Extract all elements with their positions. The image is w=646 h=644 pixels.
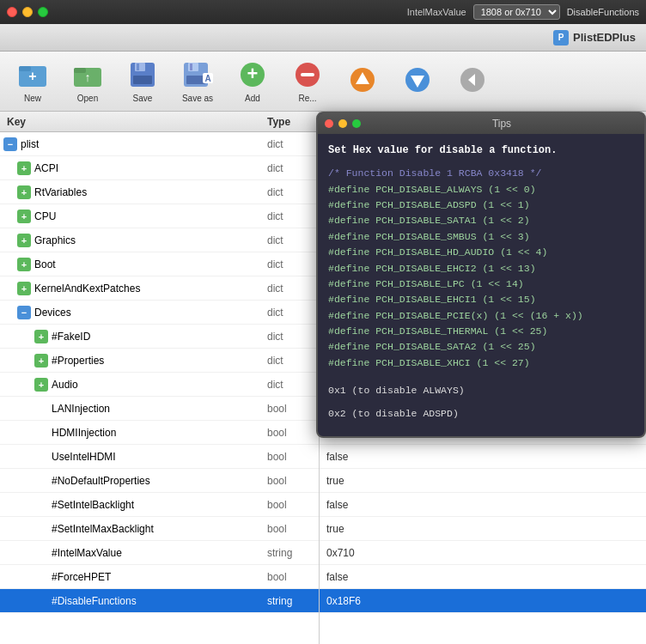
save-icon — [128, 60, 157, 89]
tree-row[interactable]: −plistdict — [0, 132, 319, 156]
move-up-button[interactable] — [337, 56, 388, 107]
tree-row[interactable]: UseIntelHDMIbool — [0, 445, 319, 469]
move-down-button[interactable] — [392, 56, 443, 107]
expand-button[interactable]: + — [17, 210, 31, 223]
key-label: #ForceHPET — [52, 571, 111, 583]
tips-min-button[interactable] — [338, 119, 347, 128]
tree-row[interactable]: +Bootdict — [0, 252, 319, 276]
svg-rect-12 — [190, 64, 192, 70]
tips-line: 0x1 (to disable ALWAYS) — [328, 383, 634, 398]
saveas-icon-wrapper: A — [182, 59, 213, 90]
remove-button[interactable]: Re... — [282, 56, 333, 107]
column-headers: Key Type — [0, 112, 319, 132]
titlebar: IntelMaxValue 1808 or 0x710 DisableFunct… — [0, 0, 646, 24]
type-cell: dict — [267, 331, 319, 343]
collapse-button[interactable]: − — [17, 306, 31, 319]
tree-row[interactable]: #NoDefaultPropertiesbool — [0, 469, 319, 493]
open-button[interactable]: ↑ Open — [62, 56, 113, 107]
type-cell: dict — [267, 379, 319, 391]
type-cell: dict — [267, 355, 319, 367]
tree-row[interactable]: #SetIntelMaxBacklightbool — [0, 517, 319, 541]
tree-row[interactable]: #IntelMaxValuestring — [0, 541, 319, 565]
tree-row[interactable]: HDMIInjectionbool — [0, 421, 319, 445]
tree-row[interactable]: +ACPIdict — [0, 156, 319, 180]
save-button[interactable]: Save — [117, 56, 168, 107]
type-cell: bool — [267, 523, 319, 535]
tree-row[interactable]: #ForceHPETbool — [0, 565, 319, 589]
intel-max-value-select[interactable]: 1808 or 0x710 — [473, 4, 560, 20]
type-cell: bool — [267, 571, 319, 583]
type-cell: string — [267, 547, 319, 559]
tips-line: #define PCH_DISABLE_PCIE(x) (1 << (16 + … — [328, 308, 634, 324]
expand-button[interactable]: + — [34, 330, 48, 343]
traffic-lights — [7, 7, 48, 17]
expand-button[interactable]: + — [17, 161, 31, 175]
type-column-header: Type — [267, 116, 319, 128]
saveas-label: Save as — [182, 94, 213, 103]
tips-line: #define PCH_DISABLE_EHCI1 (1 << 15) — [328, 292, 634, 307]
expand-button[interactable]: + — [34, 378, 48, 392]
key-label: Devices — [34, 307, 71, 319]
new-label: New — [24, 94, 41, 103]
tree-row[interactable]: +Audiodict — [0, 373, 319, 397]
key-label: Boot — [34, 258, 56, 270]
maximize-button[interactable] — [38, 7, 48, 17]
tips-line: #define PCH_DISABLE_LPC (1 << 14) — [328, 276, 634, 292]
tree-row[interactable]: #DisableFunctionsstring — [0, 589, 319, 613]
tree-row[interactable]: +#Propertiesdict — [0, 349, 319, 373]
expand-button[interactable]: + — [17, 258, 31, 271]
key-label: KernelAndKextPatches — [34, 283, 140, 295]
key-label: #SetIntelMaxBacklight — [52, 523, 154, 535]
tips-overlay: Tips Set Hex value for disable a functio… — [316, 112, 646, 438]
saveas-button[interactable]: A Save as — [172, 56, 223, 107]
tree-row[interactable]: #SetIntelBacklightbool — [0, 493, 319, 517]
collapse-button[interactable]: − — [3, 137, 17, 151]
expand-button[interactable]: + — [34, 354, 48, 368]
save-label: Save — [133, 94, 153, 103]
tree-row[interactable]: +#FakeIDdict — [0, 325, 319, 349]
up-arrow-icon — [348, 65, 377, 94]
value-row: true — [320, 469, 646, 493]
tree-row[interactable]: +Graphicsdict — [0, 228, 319, 252]
type-cell: dict — [267, 210, 319, 222]
value-row: 0x710 — [320, 541, 646, 565]
saveas-icon: A — [182, 59, 213, 90]
tips-close-button[interactable] — [325, 119, 333, 128]
key-label: plist — [21, 138, 39, 150]
tree-row[interactable]: +RtVariablesdict — [0, 180, 319, 204]
key-label: Graphics — [34, 234, 76, 246]
key-column-header: Key — [0, 116, 267, 128]
toolbar: + New ↑ Open Save — [0, 52, 646, 112]
tree-area[interactable]: −plistdict+ACPIdict+RtVariablesdict+CPUd… — [0, 132, 319, 644]
new-icon: + — [17, 59, 48, 90]
new-button[interactable]: + New — [7, 56, 58, 107]
new-icon-wrapper: + — [17, 59, 48, 90]
back-button[interactable] — [447, 56, 498, 107]
expand-button[interactable]: + — [17, 234, 31, 247]
tips-max-button[interactable] — [352, 119, 361, 128]
remove-icon-wrapper — [292, 59, 323, 90]
tree-row[interactable]: +KernelAndKextPatchesdict — [0, 276, 319, 301]
expand-button[interactable]: + — [17, 282, 31, 295]
tree-row[interactable]: LANInjectionbool — [0, 397, 319, 421]
value-row: true — [320, 517, 646, 541]
type-cell: string — [267, 595, 319, 607]
tree-row[interactable]: −Devicesdict — [0, 301, 319, 325]
main-content: Key Type −plistdict+ACPIdict+RtVariables… — [0, 112, 646, 644]
svg-rect-8 — [137, 64, 139, 70]
key-label: RtVariables — [34, 186, 87, 198]
type-cell: bool — [267, 499, 319, 511]
move-up-icon-wrapper — [347, 64, 378, 95]
type-cell: bool — [267, 427, 319, 439]
tips-line: 0x2 (to disable ADSPD) — [328, 406, 634, 422]
svg-rect-13 — [186, 76, 205, 84]
minimize-button[interactable] — [22, 7, 33, 17]
expand-button[interactable]: + — [17, 185, 31, 199]
tips-line: #define PCH_DISABLE_SATA1 (1 << 2) — [328, 213, 634, 228]
tree-row[interactable]: +CPUdict — [0, 204, 319, 228]
close-button[interactable] — [7, 7, 17, 17]
add-button[interactable]: + Add — [227, 56, 278, 107]
intel-max-value-label: IntelMaxValue — [407, 7, 466, 17]
tips-title: Tips — [366, 118, 637, 130]
key-label: #NoDefaultProperties — [52, 475, 150, 487]
